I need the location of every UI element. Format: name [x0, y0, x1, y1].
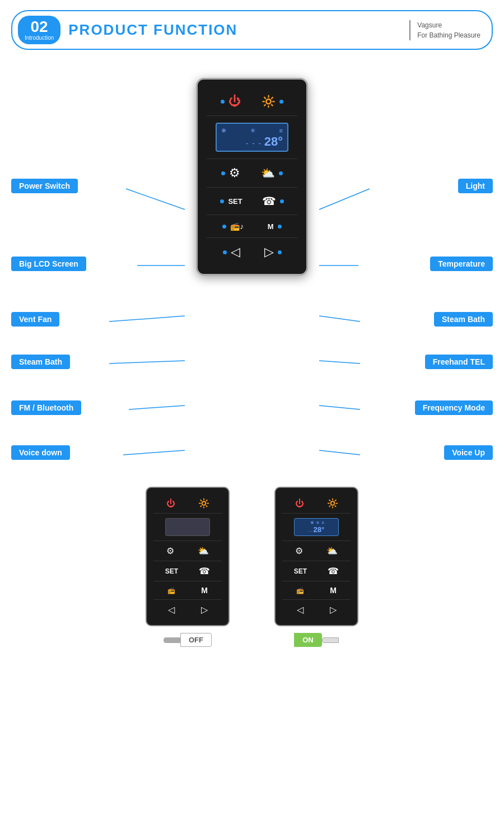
fm-dot [222, 225, 226, 229]
light-icon-cell: 🔆 [262, 95, 285, 108]
mini-row-fan-steam-off: ⚙ ⛅ [153, 541, 222, 561]
telephone-icon: ☎ [262, 194, 276, 208]
mini-lcd-off [165, 518, 210, 536]
svg-line-11 [319, 450, 360, 455]
label-steam-bath-left: Steam Bath [11, 355, 70, 369]
panel-row-volume: ◁ ▷ [207, 238, 297, 266]
page-header: 02 Introduction PRODUCT FUNCTION Vagsure… [11, 10, 493, 50]
mini-row-fm-m-on: 📻 M [282, 581, 351, 600]
set-button-cell: SET [218, 197, 242, 206]
mini-power-icon-off: ⏻ [166, 498, 175, 509]
volume-up-icon: ▷ [264, 245, 274, 259]
label-voice-down: Voice down [11, 445, 70, 460]
mini-fan-icon-off: ⚙ [166, 546, 174, 556]
brand-name: Vagsure [417, 20, 480, 30]
bottom-devices-section: ⏻ 🔆 ⚙ ⛅ SET ☎ 📻 M ◁ [0, 487, 504, 647]
mini-steam-icon-off: ⛅ [198, 546, 209, 556]
mini-steam-icon-on: ⛅ [326, 546, 338, 556]
mini-power-icon-on: ⏻ [295, 498, 304, 509]
vent-fan-icon: ⚙ [229, 166, 240, 180]
svg-line-2 [109, 316, 185, 322]
brand-info: Vagsure For Bathing Pleasure [409, 20, 480, 40]
label-freehand-tel: Freehand TEL [425, 355, 493, 369]
label-voice-up: Voice Up [444, 445, 493, 460]
vol-up-icon-cell: ▷ [264, 245, 283, 259]
section-sub: Introduction [25, 35, 54, 41]
mini-fan-icon-on: ⚙ [295, 546, 303, 556]
toggle-on-label[interactable]: ON [294, 633, 322, 647]
mini-row-lcd-on: ❄ ✳ ≡ - - 28° [282, 514, 351, 541]
mini-lcd-temp: 28° [313, 525, 324, 534]
lcd-lines-icon: ≡ [279, 127, 283, 134]
set-dot [220, 199, 224, 203]
power-dot [221, 100, 225, 104]
steam-bath-icon-cell: ⛅ [261, 166, 284, 180]
label-frequency-mode: Frequency Mode [415, 400, 493, 415]
mini-m-label-off: M [201, 586, 208, 595]
lcd-snowflake-icon: ❄ [221, 127, 226, 134]
mini-row-fan-steam-on: ⚙ ⛅ [282, 541, 351, 561]
m-dot [278, 225, 282, 229]
panel-row-power-light: ⏻ 🔆 [207, 87, 297, 116]
svg-line-3 [109, 361, 185, 364]
label-steam-bath-right: Steam Bath [434, 312, 493, 327]
toggle-off-label[interactable]: OFF [180, 633, 212, 647]
panel-row-fm-m: 📻♪ M [207, 215, 297, 238]
mini-m-label-on: M [330, 586, 337, 595]
label-big-lcd-screen: Big LCD Screen [11, 257, 86, 271]
mini-row-set-tel-on: SET ☎ [282, 561, 351, 581]
steam-dot [279, 171, 283, 175]
page-title: PRODUCT FUNCTION [68, 21, 402, 39]
volume-down-icon: ◁ [231, 245, 240, 259]
mini-set-label-off: SET [165, 567, 178, 575]
diagram-section: Power Switch Big LCD Screen Vent Fan Ste… [0, 61, 504, 464]
lcd-temperature: 28° [264, 136, 283, 148]
label-vent-fan: Vent Fan [11, 312, 59, 327]
mini-vol-down-off: ◁ [168, 604, 175, 615]
mini-row-vol-on: ◁ ▷ [282, 600, 351, 619]
svg-line-10 [319, 406, 360, 409]
toggle-off-state[interactable] [164, 637, 180, 643]
panel-row-fan-steam: ⚙ ⛅ [207, 159, 297, 188]
svg-line-5 [123, 450, 185, 455]
panel-row-set-tel: SET ☎ [207, 188, 297, 215]
m-button-cell: M [268, 222, 283, 231]
mini-vol-up-on: ▷ [330, 604, 337, 615]
label-light: Light [458, 179, 493, 193]
mini-vol-up-off: ▷ [201, 604, 208, 615]
section-number: 02 [31, 19, 48, 35]
mini-lcd-lines: ≡ [321, 520, 324, 525]
light-dot [279, 100, 283, 104]
mini-tel-icon-off: ☎ [199, 566, 210, 576]
svg-line-9 [319, 361, 360, 364]
svg-line-8 [319, 316, 360, 322]
mini-lcd-star: ✳ [316, 520, 320, 525]
fm-bluetooth-icon: 📻♪ [230, 222, 244, 231]
mini-row-set-tel-off: SET ☎ [153, 561, 222, 581]
toggle-on-wrap[interactable]: ON [294, 633, 339, 647]
mini-vol-down-on: ◁ [297, 604, 304, 615]
mini-light-icon-on: 🔆 [327, 498, 338, 509]
mini-row-lcd-off [153, 514, 222, 541]
mini-fm-icon-off: 📻 [167, 587, 175, 594]
toggle-off-wrap[interactable]: OFF [164, 633, 212, 647]
svg-line-0 [126, 189, 185, 209]
mini-light-icon-off: 🔆 [198, 498, 209, 509]
tel-icon-cell: ☎ [262, 194, 286, 208]
toggle-on-state[interactable] [322, 637, 339, 643]
mini-panel-on: ⏻ 🔆 ❄ ✳ ≡ - - 28° [274, 487, 358, 626]
set-label: SET [228, 197, 242, 206]
vol-down-dot [223, 250, 227, 254]
power-icon: ⏻ [228, 94, 241, 109]
device-off-wrap: ⏻ 🔆 ⚙ ⛅ SET ☎ 📻 M ◁ [146, 487, 230, 647]
label-power-switch: Power Switch [11, 179, 78, 193]
mini-lcd-dashes: - - [309, 529, 312, 533]
lcd-star-icon: ✳ [250, 127, 255, 134]
vol-up-dot [278, 250, 282, 254]
section-badge: 02 Introduction [18, 16, 60, 44]
mini-lcd-snowflake: ❄ [310, 520, 314, 525]
power-icon-cell: ⏻ [219, 94, 241, 109]
svg-line-4 [129, 406, 185, 409]
fan-dot [221, 171, 225, 175]
panel-row-lcd: ❄ ✳ ≡ - - - 28° [207, 116, 297, 159]
